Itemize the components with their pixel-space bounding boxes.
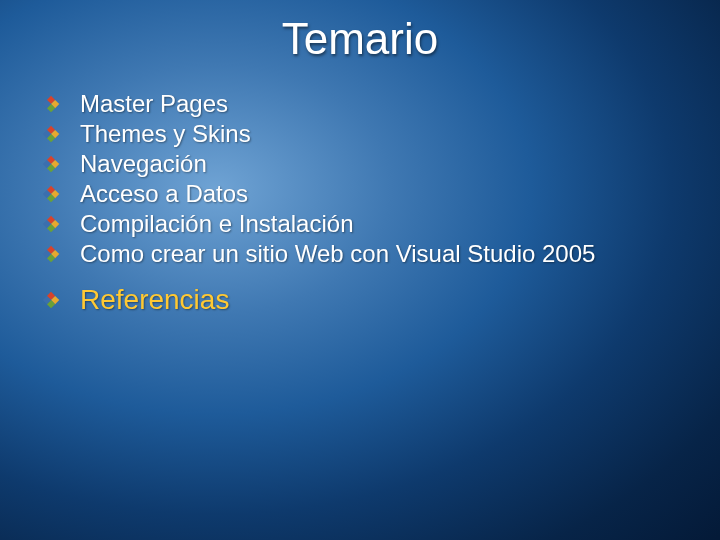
list-item-label: Compilación e Instalación xyxy=(80,212,353,236)
list-item-label: Navegación xyxy=(80,152,207,176)
slide-title: Temario xyxy=(0,0,720,64)
list-item: Navegación xyxy=(40,152,720,176)
list-item: Master Pages xyxy=(40,92,720,116)
four-diamond-icon xyxy=(40,289,62,311)
list-item: Como crear un sitio Web con Visual Studi… xyxy=(40,242,720,266)
list-item-label: Themes y Skins xyxy=(80,122,251,146)
four-diamond-icon xyxy=(40,153,62,175)
four-diamond-icon xyxy=(40,213,62,235)
list-item: Acceso a Datos xyxy=(40,182,720,206)
list-item-label: Como crear un sitio Web con Visual Studi… xyxy=(80,242,595,266)
list-item-label: Acceso a Datos xyxy=(80,182,248,206)
four-diamond-icon xyxy=(40,93,62,115)
list-item: Compilación e Instalación xyxy=(40,212,720,236)
list-item-label: Referencias xyxy=(80,286,229,314)
list-item: Referencias xyxy=(40,286,720,314)
four-diamond-icon xyxy=(40,243,62,265)
slide: Temario Master Pages xyxy=(0,0,720,540)
slide-body: Master Pages Themes y Skins xyxy=(40,92,720,314)
list-item-label: Master Pages xyxy=(80,92,228,116)
list-item: Themes y Skins xyxy=(40,122,720,146)
four-diamond-icon xyxy=(40,123,62,145)
four-diamond-icon xyxy=(40,183,62,205)
